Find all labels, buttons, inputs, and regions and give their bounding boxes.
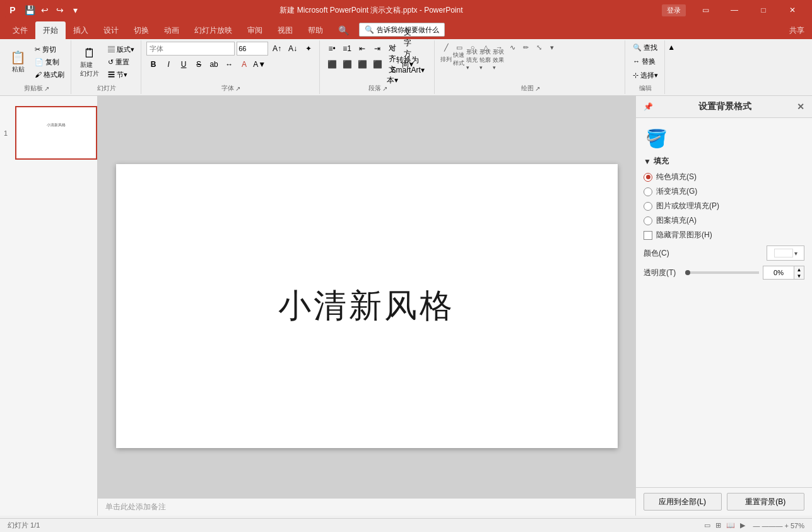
- editing-label: 编辑: [630, 83, 661, 94]
- collapse-icon[interactable]: ▲: [668, 43, 675, 52]
- reset-button[interactable]: ↺ 重置: [105, 56, 137, 68]
- quick-styles-button[interactable]: 快速样式: [453, 54, 466, 65]
- slide-canvas[interactable]: 小清新风格: [116, 164, 618, 448]
- pin-panel-button[interactable]: 📌: [644, 102, 653, 111]
- convert-smartart-button[interactable]: 转换为SmartArt▾: [401, 57, 415, 71]
- shape-connector[interactable]: ⤡: [533, 42, 545, 53]
- underline-button[interactable]: U: [177, 57, 191, 71]
- fill-section-header[interactable]: ▼ 填充: [644, 156, 804, 167]
- tab-file[interactable]: 文件: [5, 21, 35, 39]
- italic-button[interactable]: I: [162, 57, 175, 71]
- view-normal-icon[interactable]: ▭: [704, 521, 710, 529]
- cut-button[interactable]: ✂ 剪切: [32, 44, 67, 56]
- shapes-more[interactable]: ▾: [546, 42, 558, 53]
- tab-share[interactable]: 共享: [782, 21, 812, 39]
- select-button[interactable]: ⊹ 选择▾: [630, 69, 661, 81]
- numbering-button[interactable]: ≡1: [340, 42, 354, 56]
- close-panel-button[interactable]: ✕: [797, 102, 804, 112]
- shape-effects-button[interactable]: 形状效果▾: [493, 54, 505, 65]
- highlight-color-button[interactable]: A▼: [252, 57, 266, 71]
- decrease-indent-button[interactable]: ⇤: [355, 42, 369, 56]
- tab-review[interactable]: 审阅: [240, 21, 270, 39]
- minimize-button[interactable]: —: [720, 0, 749, 20]
- view-reading-icon[interactable]: 📖: [726, 521, 735, 529]
- paragraph-row1: ≡• ≡1 ⇤ ⇥ ↕ 文字方向▾: [325, 42, 415, 56]
- align-center-button[interactable]: ⬛: [340, 57, 354, 71]
- tab-home[interactable]: 开始: [35, 21, 66, 39]
- strikethrough-button[interactable]: S: [192, 57, 206, 71]
- customize-qat-icon[interactable]: ▾: [69, 4, 81, 16]
- paragraph-expand-icon[interactable]: ↗: [382, 85, 387, 92]
- maximize-button[interactable]: □: [749, 0, 778, 20]
- redo-icon[interactable]: ↪: [54, 4, 66, 16]
- tab-insert[interactable]: 插入: [66, 21, 96, 39]
- tab-view[interactable]: 视图: [270, 21, 300, 39]
- hide-bg-checkbox[interactable]: 隐藏背景图形(H): [644, 230, 804, 240]
- apply-all-button[interactable]: 应用到全部(L): [644, 493, 722, 511]
- opacity-slider[interactable]: [685, 271, 759, 274]
- arrange-button[interactable]: 排列: [440, 54, 452, 65]
- justify-button[interactable]: ⬛: [370, 57, 384, 71]
- copy-button[interactable]: 📄 复制: [32, 56, 67, 68]
- tab-help[interactable]: 帮助: [300, 21, 331, 39]
- opacity-slider-thumb[interactable]: [685, 270, 690, 275]
- pattern-fill-radio[interactable]: 图案填充(A): [644, 215, 804, 226]
- undo-icon[interactable]: ↩: [39, 4, 50, 16]
- fill-icon-area: 🪣: [644, 126, 669, 151]
- bold-button[interactable]: B: [146, 57, 160, 71]
- format-painter-button[interactable]: 🖌 格式刷: [32, 69, 67, 81]
- tab-search-icon[interactable]: 🔍: [331, 21, 356, 39]
- new-slide-button[interactable]: 🗒 新建幻灯片: [76, 45, 103, 80]
- increase-indent-button[interactable]: ⇥: [370, 42, 384, 56]
- bullets-button[interactable]: ≡•: [325, 42, 339, 56]
- opacity-decrement-button[interactable]: ▼: [794, 273, 804, 279]
- clear-format-button[interactable]: ✦: [302, 42, 315, 56]
- opacity-increment-button[interactable]: ▲: [794, 266, 804, 273]
- paste-button[interactable]: 📋 粘贴: [6, 49, 30, 76]
- reset-background-button[interactable]: 重置背景(B): [727, 493, 805, 511]
- ribbon-display-icon[interactable]: ▭: [691, 0, 720, 20]
- shape-outline-button[interactable]: 形状轮廓▾: [480, 54, 492, 65]
- shape-freeform[interactable]: ✏: [519, 42, 532, 53]
- font-expand-icon[interactable]: ↗: [235, 85, 240, 92]
- tab-slideshow[interactable]: 幻灯片放映: [187, 21, 240, 39]
- align-left-button[interactable]: ⬛: [325, 57, 339, 71]
- section-button[interactable]: ☰ 节▾: [105, 69, 137, 81]
- char-spacing-button[interactable]: ↔: [222, 57, 236, 71]
- color-picker-button[interactable]: ▾: [767, 245, 804, 261]
- picture-fill-radio[interactable]: 图片或纹理填充(P): [644, 201, 804, 211]
- tab-design[interactable]: 设计: [96, 21, 126, 39]
- font-color-button[interactable]: A: [237, 57, 251, 71]
- paste-label: 粘贴: [12, 65, 25, 74]
- font-name-input[interactable]: [146, 42, 235, 56]
- picture-fill-indicator: [644, 202, 652, 211]
- tab-animations[interactable]: 动画: [156, 21, 187, 39]
- view-slideshow-icon[interactable]: ▶: [740, 521, 745, 529]
- tab-transitions[interactable]: 切换: [126, 21, 156, 39]
- drawing-expand-icon[interactable]: ↗: [535, 85, 540, 92]
- layout-button[interactable]: ▤ 版式▾: [105, 44, 137, 56]
- text-direction-button[interactable]: 文字方向▾: [401, 42, 415, 56]
- view-slide-sorter-icon[interactable]: ⊞: [715, 521, 721, 529]
- shape-curve[interactable]: ∿: [506, 42, 519, 53]
- shadow-button[interactable]: ab: [207, 57, 221, 71]
- collapse-ribbon-button[interactable]: ▲: [666, 40, 676, 94]
- increase-font-button[interactable]: A↑: [270, 42, 284, 56]
- notes-bar[interactable]: 单击此处添加备注: [98, 498, 635, 516]
- shape-fill-button[interactable]: 形状填充▾: [466, 54, 479, 65]
- font-size-input[interactable]: [237, 42, 268, 56]
- align-right-button[interactable]: ⬛: [355, 57, 369, 71]
- slide-thumbnail[interactable]: 小清新风格: [15, 106, 97, 160]
- find-button[interactable]: 🔍 查找: [630, 42, 660, 54]
- decrease-font-button[interactable]: A↓: [286, 42, 300, 56]
- save-icon[interactable]: 💾: [24, 4, 35, 16]
- opacity-value-display[interactable]: 0%: [763, 266, 794, 280]
- shape-line[interactable]: ╱: [440, 42, 452, 53]
- login-button[interactable]: 登录: [662, 4, 686, 16]
- solid-fill-radio[interactable]: 纯色填充(S): [644, 172, 804, 182]
- gradient-fill-radio[interactable]: 渐变填充(G): [644, 186, 804, 197]
- replace-button[interactable]: ↔ 替换: [630, 56, 658, 68]
- clipboard-expand-icon[interactable]: ↗: [44, 85, 49, 92]
- close-button[interactable]: ✕: [778, 0, 807, 20]
- solid-fill-indicator: [644, 173, 652, 182]
